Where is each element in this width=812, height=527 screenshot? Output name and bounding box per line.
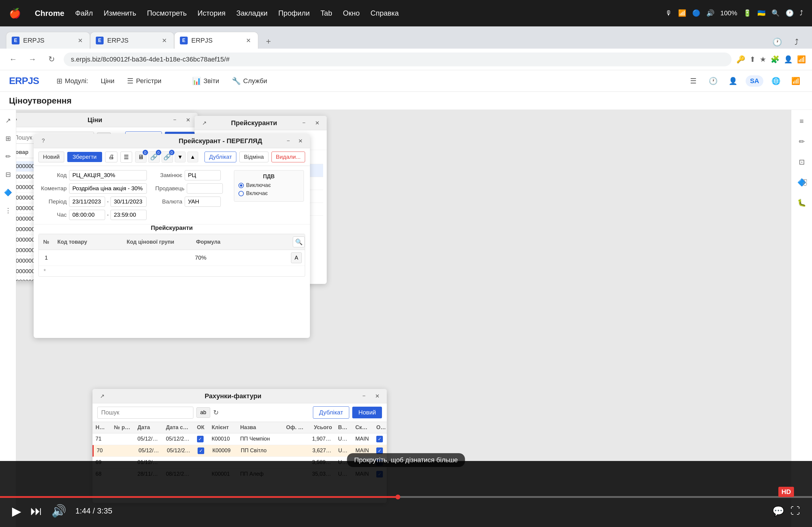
menu-help[interactable]: Справка <box>371 9 399 17</box>
left-icon-more[interactable]: ⋮ <box>2 205 14 217</box>
toolbar-chevron-up[interactable]: ▲ <box>187 152 198 162</box>
form-period-to[interactable] <box>111 197 147 207</box>
nav-sluzhby[interactable]: 🔧 Служби <box>227 74 273 88</box>
left-icon-expand[interactable]: ↗ <box>2 115 14 127</box>
radio-vykluchae[interactable] <box>238 183 244 188</box>
subtable-a-btn[interactable]: A <box>291 252 302 263</box>
left-icon-diamond[interactable]: 🔷 <box>2 187 14 199</box>
menu-file[interactable]: Файл <box>75 9 93 17</box>
right-icon-debug[interactable]: 🐛 <box>795 196 808 210</box>
rakhunky-search-input[interactable] <box>97 407 193 419</box>
ciny-close-btn[interactable]: ✕ <box>183 115 193 125</box>
tab-back-button[interactable]: 🕐 <box>771 35 784 49</box>
rakhunky-row-71[interactable]: 71 05/12/2023 05/12/2023 К00010 ПП Чемпі… <box>92 433 387 445</box>
url-bar[interactable]: s.erpjs.biz/8c09012f-ba36-4de1-b18e-c36b… <box>64 52 731 66</box>
app-name[interactable]: Chrome <box>35 9 64 18</box>
right-icon-menu[interactable]: ≡ <box>795 115 808 128</box>
nav-ciny[interactable]: Ціни <box>95 75 120 87</box>
toolbar-icon-link[interactable]: 🔗 0 <box>148 151 160 163</box>
profile-icon[interactable]: 👤 <box>784 55 793 64</box>
video-subtitles-btn[interactable]: 💬 <box>772 506 784 517</box>
left-icon-grid[interactable]: ⊞ <box>2 133 14 145</box>
preysk-view-print-btn[interactable]: 🖨 <box>105 152 117 162</box>
video-skip-btn[interactable]: ⏭ <box>30 504 42 518</box>
reload-button[interactable]: ↻ <box>44 52 59 66</box>
form-period-from[interactable] <box>69 197 105 207</box>
extension-icon[interactable]: 🧩 <box>771 55 780 64</box>
rakhunky-duplkat-btn[interactable]: Дублікат <box>313 406 350 419</box>
checkbox-70[interactable] <box>198 448 204 454</box>
menu-edit[interactable]: Изменить <box>104 9 136 17</box>
preysk-view-duplkat-btn[interactable]: Дублікат <box>204 152 236 162</box>
menu-window[interactable]: Окно <box>343 9 360 17</box>
toolbar-icon-link2[interactable]: 🔗 0 <box>162 151 173 163</box>
form-chas-to[interactable] <box>111 210 147 220</box>
checkbox-71[interactable] <box>197 436 204 442</box>
form-input-kod[interactable] <box>69 170 147 180</box>
toolbar-chevron-down[interactable]: ▼ <box>175 152 186 162</box>
clock-icon-btn[interactable]: 🕐 <box>706 74 721 88</box>
nav-zvity[interactable]: 📊 Звіти <box>187 74 224 88</box>
globe-icon-btn[interactable]: 🌐 <box>769 74 783 88</box>
tab-forward-button[interactable]: ⤴ <box>790 35 803 49</box>
preysk-view-vydaly-btn[interactable]: Видали... <box>272 152 305 162</box>
preysk-float-close[interactable]: ✕ <box>312 118 322 128</box>
apple-icon[interactable]: 🍎 <box>9 7 21 19</box>
tab-2-close[interactable]: ✕ <box>160 36 169 45</box>
preysk-view-save-btn[interactable]: Зберегти <box>67 152 102 162</box>
menu-tab[interactable]: Tab <box>320 9 332 17</box>
form-input-valyuta[interactable] <box>185 197 221 207</box>
right-icon-box[interactable]: ⊡ <box>795 155 808 169</box>
toolbar-icon-screen[interactable]: 🖥 0 <box>135 151 147 163</box>
preysk-view-close[interactable]: ✕ <box>295 136 305 146</box>
preysk-view-menu-btn[interactable]: ☰ <box>120 152 132 163</box>
user-icon-btn[interactable]: 👤 <box>726 74 740 88</box>
tab-1[interactable]: E ERPJS ✕ <box>6 32 90 49</box>
checkbox-ob-71[interactable] <box>376 436 383 442</box>
forward-icon[interactable]: ⤴ <box>800 9 803 17</box>
right-icon-edit2[interactable]: ✏ <box>795 135 808 148</box>
share-icon[interactable]: ⬆ <box>750 55 756 64</box>
nav-registry[interactable]: ☰ Регістри <box>121 74 166 88</box>
video-volume-btn[interactable]: 🔊 <box>52 504 67 518</box>
menu-profiles[interactable]: Профили <box>278 9 310 17</box>
menu-history[interactable]: История <box>198 9 226 17</box>
ciny-minimize-btn[interactable]: − <box>170 115 179 125</box>
form-input-prodavets[interactable] <box>187 183 223 194</box>
preysk-help-btn[interactable]: ? <box>39 136 48 146</box>
preysk-float-expand[interactable]: ↗ <box>199 118 209 128</box>
clock-icon[interactable]: 🕐 <box>786 9 794 17</box>
menu-view[interactable]: Посмотреть <box>147 9 187 17</box>
preysk-float-minimize[interactable]: − <box>299 118 309 128</box>
preysk-view-noviy-btn[interactable]: Новий <box>39 152 64 162</box>
rakhunky-close-btn[interactable]: ✕ <box>372 391 382 401</box>
video-fullscreen-btn[interactable]: ⛶ <box>791 506 800 516</box>
menu-icon-btn[interactable]: ☰ <box>686 74 700 88</box>
form-chas-from[interactable] <box>69 210 105 220</box>
rakhunky-expand-btn[interactable]: ↗ <box>97 391 107 401</box>
tab-add-button[interactable]: + <box>261 34 276 49</box>
form-input-komentar[interactable] <box>69 183 147 194</box>
radio-vkluchae[interactable] <box>238 191 244 196</box>
preysk-view-vidmina-btn[interactable]: Відміна <box>240 152 268 162</box>
left-icon-remove[interactable]: ⊟ <box>2 169 14 181</box>
rakhunky-noviy-btn[interactable]: Новий <box>352 407 382 418</box>
video-play-btn[interactable]: ▶ <box>12 504 21 518</box>
rakhunky-refresh-btn[interactable]: ↻ <box>213 409 219 417</box>
rakhunky-row-70[interactable]: 70 05/12/2023 05/12/2023 К00009 ПП Світл… <box>92 445 387 457</box>
nav-modules[interactable]: ⊞ Модулі: <box>51 74 94 88</box>
search-icon[interactable]: 🔍 <box>771 9 780 17</box>
tab-3-close[interactable]: ✕ <box>244 36 252 45</box>
tab-1-close[interactable]: ✕ <box>76 36 84 45</box>
left-icon-edit[interactable]: ✏ <box>2 151 14 163</box>
bookmark-icon[interactable]: ★ <box>760 55 766 64</box>
back-button[interactable]: ← <box>6 52 20 66</box>
rakhunky-ab-btn[interactable]: ab <box>197 407 210 418</box>
forward-button[interactable]: → <box>25 52 40 66</box>
tab-2[interactable]: E ERPJS ✕ <box>90 32 174 49</box>
form-input-zaminyue[interactable] <box>185 170 221 180</box>
wifi-icon-btn[interactable]: 📶 <box>788 74 803 88</box>
rakhunky-minimize-btn[interactable]: − <box>359 391 369 401</box>
tab-3[interactable]: E ERPJS ✕ <box>174 32 258 49</box>
subtable-search-btn[interactable]: 🔍 <box>293 237 305 247</box>
